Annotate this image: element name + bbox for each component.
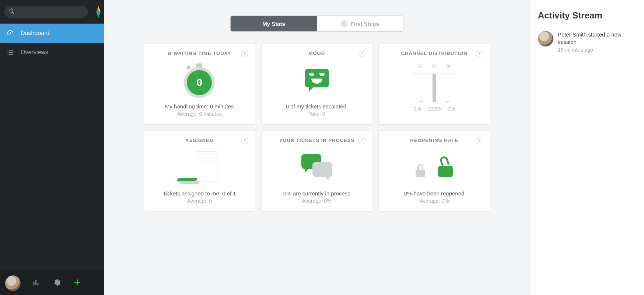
dot-icon [341, 20, 347, 27]
activity-time: 16 minutes ago [558, 47, 636, 53]
tabs: My Stats First Steps [230, 15, 403, 32]
help-button[interactable]: ? [358, 50, 365, 57]
plus-icon [73, 278, 81, 288]
card-assigned: Assigned ? Tickets assigned to me: 0 of … [144, 131, 255, 212]
new-button[interactable] [72, 278, 83, 288]
activity-stream-panel: Activity Stream Peter Smith started a ne… [530, 0, 644, 295]
sidebar: Dashboard Overviews [0, 0, 104, 295]
arrow-icon: ↳ [430, 171, 434, 176]
bar-email [419, 101, 423, 102]
activity-heading: Activity Stream [538, 10, 636, 21]
legend-value: 0% [448, 106, 455, 112]
sidebar-bottom [0, 271, 104, 295]
sidebar-item-overviews[interactable]: Overviews [0, 43, 104, 62]
stats-button[interactable] [31, 278, 41, 288]
card-line2: Average: 0 minutes [177, 111, 221, 117]
card-line1: My handling time: 0 minutes [165, 103, 234, 110]
help-button[interactable]: ? [241, 137, 248, 144]
mood-icon [305, 63, 329, 98]
card-line2: Average: 0% [420, 198, 449, 204]
help-button[interactable]: ? [358, 137, 365, 144]
app-logo[interactable] [92, 4, 105, 19]
center-pane: My Stats First Steps Ø Waiting time toda… [104, 0, 530, 295]
activity-item[interactable]: Peter Smith started a new session 16 min… [538, 31, 636, 53]
card-line1: 0% have been reopened [404, 190, 464, 197]
card-channel-distribution: Channel Distribution ? ✉ ✆ ➤ [378, 44, 490, 125]
bar-chart-icon [32, 278, 40, 288]
bar-twitter [446, 101, 449, 102]
card-mood: Mood ? 0 of my tickets escalated. Total:… [261, 44, 373, 125]
tab-first-steps[interactable]: First Steps [317, 16, 403, 31]
search-icon [9, 8, 15, 15]
activity-text: Peter Smith started a new session [558, 31, 636, 46]
card-reopening: Reopening rate ? ↳ 0% have been reopened… [378, 131, 490, 212]
card-title: Ø Waiting time today [168, 51, 231, 56]
bird-icon: ➤ [446, 63, 451, 70]
bar-phone [433, 73, 436, 102]
search-input[interactable] [18, 8, 84, 15]
channel-legend: 0% 100% 0% [414, 106, 455, 112]
card-line1: Tickets assigned to me: 0 of 1 [163, 190, 236, 197]
card-title: Your tickets in process [279, 138, 355, 143]
card-title: Channel Distribution [401, 51, 468, 56]
list-icon [6, 48, 15, 57]
legend-value: 0% [414, 106, 421, 112]
settings-button[interactable] [52, 278, 62, 288]
legend-value: 100% [428, 106, 441, 112]
cards-grid: Ø Waiting time today ? 0 My handling tim… [144, 44, 490, 212]
lock-icon: ↳ [416, 150, 453, 185]
card-title: Mood [309, 51, 325, 56]
card-title: Reopening rate [410, 138, 458, 143]
sidebar-item-label: Dashboard [21, 30, 49, 37]
help-button[interactable]: ? [241, 50, 248, 57]
current-user-avatar[interactable] [5, 275, 21, 291]
stopwatch-value: 0 [187, 70, 212, 95]
gear-icon [53, 278, 61, 288]
gauge-icon [6, 29, 15, 38]
help-button[interactable]: ? [476, 137, 483, 144]
card-in-process: Your tickets in process ? 0% are current… [261, 131, 373, 212]
stopwatch-icon: 0 [184, 63, 215, 98]
main: My Stats First Steps Ø Waiting time toda… [104, 0, 644, 295]
card-line1: 0% are currently in process [283, 190, 350, 197]
channel-icons: ✉ ✆ ➤ [417, 63, 451, 70]
paper-stack-icon [179, 150, 220, 185]
card-line1: 0 of my tickets escalated. [286, 103, 348, 110]
sidebar-item-label: Overviews [21, 49, 48, 56]
channel-bars [419, 73, 449, 102]
tab-my-stats[interactable]: My Stats [231, 16, 317, 31]
chat-bubbles-icon [301, 150, 332, 185]
help-button[interactable]: ? [476, 50, 483, 57]
card-title: Assigned [185, 138, 213, 143]
sidebar-top [0, 0, 104, 24]
mail-icon: ✉ [417, 63, 422, 70]
card-line2: Total: 0 [308, 111, 325, 117]
card-waiting-time: Ø Waiting time today ? 0 My handling tim… [144, 44, 255, 125]
phone-icon: ✆ [432, 63, 437, 70]
card-line2: Average: 0% [302, 198, 332, 204]
activity-avatar [538, 31, 553, 46]
card-line2: Average: 0 [187, 198, 212, 204]
sidebar-item-dashboard[interactable]: Dashboard [0, 24, 104, 43]
search-wrap[interactable] [4, 6, 88, 18]
tab-label: First Steps [350, 21, 379, 27]
tab-label: My Stats [262, 21, 285, 27]
